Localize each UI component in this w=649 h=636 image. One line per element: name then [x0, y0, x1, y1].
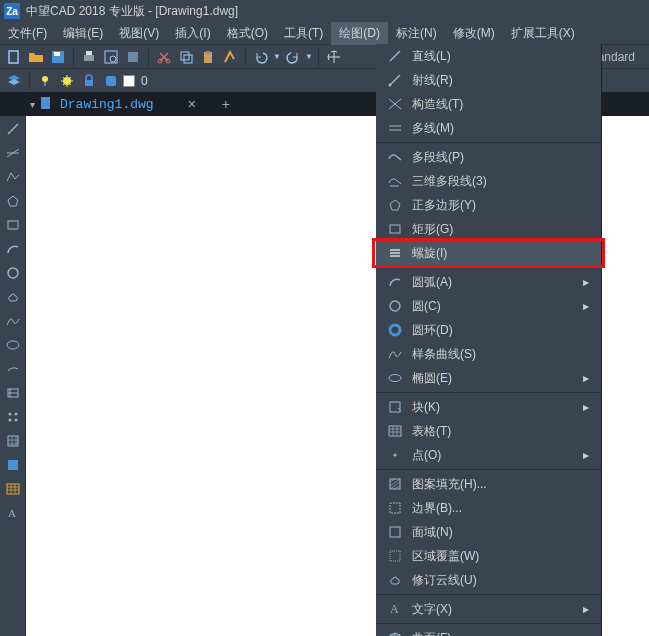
menu-item[interactable]: 编辑(E): [55, 22, 111, 45]
svg-rect-10: [181, 52, 189, 60]
rectangle-tool-icon[interactable]: [3, 216, 23, 234]
menu-item-region[interactable]: 面域(N): [376, 520, 601, 544]
document-tab-active[interactable]: Drawing1.dwg ×: [30, 93, 204, 116]
point-tool-icon[interactable]: [3, 408, 23, 426]
close-icon[interactable]: ×: [188, 96, 196, 112]
redo-dropdown-icon[interactable]: ▼: [305, 52, 313, 61]
menu-item-text[interactable]: A文字(X)▸: [376, 597, 601, 621]
menu-item-point[interactable]: 点(O)▸: [376, 443, 601, 467]
svg-point-26: [7, 341, 19, 349]
ellipse-arc-tool-icon[interactable]: [3, 360, 23, 378]
revcloud-tool-icon[interactable]: [3, 288, 23, 306]
menu-item-surface[interactable]: 曲面(F)▸: [376, 626, 601, 636]
redo-icon[interactable]: [283, 47, 303, 67]
hatch-tool-icon[interactable]: [3, 432, 23, 450]
separator: [29, 72, 30, 90]
menu-item-wipeout[interactable]: 区域覆盖(W): [376, 544, 601, 568]
layer-color-icon[interactable]: [101, 71, 121, 91]
menu-item-line[interactable]: 直线(L): [376, 44, 601, 68]
svg-point-51: [394, 454, 397, 457]
layer-on-icon[interactable]: [35, 71, 55, 91]
table-icon: [384, 423, 406, 439]
xline-tool-icon[interactable]: [3, 144, 23, 162]
menu-separator: [376, 469, 601, 470]
mtext-tool-icon[interactable]: A: [3, 504, 23, 522]
save-icon[interactable]: [48, 47, 68, 67]
menu-item[interactable]: 扩展工具(X): [503, 22, 583, 45]
line-tool-icon[interactable]: [3, 120, 23, 138]
menu-item-table[interactable]: 表格(T): [376, 419, 601, 443]
boundary-icon: [384, 500, 406, 516]
layer-freeze-icon[interactable]: [57, 71, 77, 91]
layer-name[interactable]: 0: [141, 74, 148, 88]
draw-menu-dropdown: 直线(L)射线(R)构造线(T)多线(M)多段线(P)三维多段线(3)正多边形(…: [376, 44, 602, 636]
pline-tool-icon[interactable]: [3, 168, 23, 186]
menu-item[interactable]: 格式(O): [219, 22, 276, 45]
undo-icon[interactable]: [251, 47, 271, 67]
layer-swatch[interactable]: [123, 75, 135, 87]
publish-icon[interactable]: [123, 47, 143, 67]
menu-item[interactable]: 绘图(D): [331, 22, 388, 45]
menu-item-label: 多线(M): [412, 120, 589, 137]
svg-rect-3: [84, 55, 94, 61]
new-icon[interactable]: [4, 47, 24, 67]
separator: [73, 48, 74, 66]
submenu-arrow-icon: ▸: [583, 371, 589, 385]
pan-icon[interactable]: [324, 47, 344, 67]
menu-item[interactable]: 修改(M): [445, 22, 503, 45]
menu-item[interactable]: 标注(N): [388, 22, 445, 45]
table-tool-icon[interactable]: [3, 480, 23, 498]
block-tool-icon[interactable]: [3, 384, 23, 402]
cut-icon[interactable]: [154, 47, 174, 67]
menu-item-circle[interactable]: 圆(C)▸: [376, 294, 601, 318]
ellipse-tool-icon[interactable]: [3, 336, 23, 354]
menu-item-spline[interactable]: 样条曲线(S): [376, 342, 601, 366]
menu-item-label: 射线(R): [412, 72, 589, 89]
svg-rect-11: [184, 55, 192, 63]
menu-item-label: 圆(C): [412, 298, 583, 315]
menu-item-helix[interactable]: 螺旋(I): [376, 241, 601, 265]
menu-item[interactable]: 文件(F): [0, 22, 55, 45]
undo-dropdown-icon[interactable]: ▼: [273, 52, 281, 61]
open-icon[interactable]: [26, 47, 46, 67]
block-icon: [384, 399, 406, 415]
menu-item[interactable]: 工具(T): [276, 22, 331, 45]
menu-item-hatch[interactable]: 图案填充(H)...: [376, 472, 601, 496]
print-icon[interactable]: [79, 47, 99, 67]
menu-item-ray[interactable]: 射线(R): [376, 68, 601, 92]
arc-tool-icon[interactable]: [3, 240, 23, 258]
submenu-arrow-icon: ▸: [583, 275, 589, 289]
svg-point-29: [14, 413, 17, 416]
layer-manager-icon[interactable]: [4, 71, 24, 91]
submenu-arrow-icon: ▸: [583, 631, 589, 636]
menu-item-donut[interactable]: 圆环(D): [376, 318, 601, 342]
print-preview-icon[interactable]: [101, 47, 121, 67]
menu-item-pline[interactable]: 多段线(P): [376, 145, 601, 169]
pline-icon: [384, 149, 406, 165]
menu-item[interactable]: 视图(V): [111, 22, 167, 45]
menu-item-polygon[interactable]: 正多边形(Y): [376, 193, 601, 217]
menu-item-boundary[interactable]: 边界(B)...: [376, 496, 601, 520]
menu-item-rectangle[interactable]: 矩形(G): [376, 217, 601, 241]
circle-tool-icon[interactable]: [3, 264, 23, 282]
menu-item-3dpline[interactable]: 三维多段线(3): [376, 169, 601, 193]
new-tab-button[interactable]: +: [222, 96, 230, 112]
menu-item-block[interactable]: 块(K)▸: [376, 395, 601, 419]
copy-icon[interactable]: [176, 47, 196, 67]
spline-tool-icon[interactable]: [3, 312, 23, 330]
svg-rect-54: [390, 527, 400, 537]
svg-rect-0: [9, 51, 18, 63]
menu-item-ellipse[interactable]: 椭圆(E)▸: [376, 366, 601, 390]
menu-item-arc[interactable]: 圆弧(A)▸: [376, 270, 601, 294]
layer-lock-icon[interactable]: [79, 71, 99, 91]
polygon-tool-icon[interactable]: [3, 192, 23, 210]
menu-item-label: 面域(N): [412, 524, 589, 541]
paste-icon[interactable]: [198, 47, 218, 67]
menu-item[interactable]: 插入(I): [167, 22, 218, 45]
region-tool-icon[interactable]: [3, 456, 23, 474]
menu-item-revcloud[interactable]: 修订云线(U): [376, 568, 601, 592]
region-icon: [384, 524, 406, 540]
menu-item-mline[interactable]: 多线(M): [376, 116, 601, 140]
match-icon[interactable]: [220, 47, 240, 67]
menu-item-xline[interactable]: 构造线(T): [376, 92, 601, 116]
